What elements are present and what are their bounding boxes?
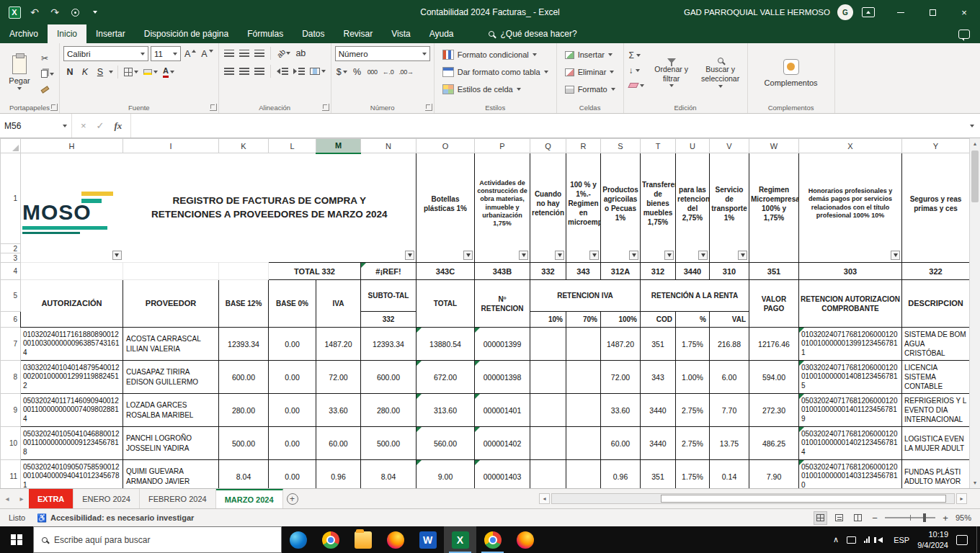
cell[interactable]: SISTEMA DE BOM AGUA CRISTÓBAL	[902, 328, 970, 361]
taskbar-app-chrome-2[interactable]	[476, 526, 509, 553]
cell[interactable]: 343	[641, 361, 676, 394]
formula-input[interactable]	[131, 114, 964, 138]
cell[interactable]: 500.00	[219, 427, 269, 460]
customize-qat-button[interactable]	[86, 3, 104, 22]
number-format-select[interactable]: Número	[335, 46, 430, 61]
cell[interactable]: 6.00	[710, 361, 749, 394]
align-center-button[interactable]	[238, 64, 251, 78]
taskbar-search-input[interactable]: Escribe aquí para buscar	[33, 526, 282, 553]
cell-ref-error[interactable]: #¡REF!	[361, 263, 416, 280]
cell[interactable]	[123, 263, 219, 280]
filter-dropdown-icon[interactable]	[463, 251, 473, 260]
cell[interactable]: 000001398	[475, 361, 530, 394]
cell[interactable]: 343	[566, 263, 601, 280]
cell[interactable]: 0503202407176812060001200100100000014031…	[799, 460, 902, 489]
cell-styles-button[interactable]: Estilos de celda	[438, 81, 553, 98]
decrease-font-button[interactable]: A	[200, 47, 214, 61]
cell[interactable]	[566, 394, 601, 427]
font-size-select[interactable]: 11	[151, 46, 181, 61]
column-header-K[interactable]: K	[219, 139, 269, 153]
cell[interactable]: LICENCIA SISTEMA CONTABLE	[902, 361, 970, 394]
find-select-button[interactable]: Buscar y seleccionar	[698, 46, 744, 99]
column-header-U[interactable]: U	[676, 139, 710, 153]
cell[interactable]: 9.00	[416, 460, 475, 489]
filter-dropdown-icon[interactable]	[589, 251, 599, 260]
filter-dropdown-icon[interactable]	[112, 251, 122, 260]
cell[interactable]: 672.00	[416, 361, 475, 394]
filter-dropdown-icon[interactable]	[698, 251, 708, 260]
cell[interactable]: 000001399	[475, 328, 530, 361]
menu-tab-datos[interactable]: Datos	[293, 24, 334, 43]
cell[interactable]: 0503202407176812060001200100100000014021…	[799, 427, 902, 460]
category-header-x[interactable]: Honorarios profesionales y demás pagos p…	[799, 153, 902, 263]
column-title-iva[interactable]: IVA	[316, 280, 361, 328]
cell[interactable]: 1.75%	[676, 460, 710, 489]
view-page-layout-button[interactable]	[832, 511, 846, 525]
taskbar-app-word[interactable]	[411, 526, 444, 553]
column-header-T[interactable]: T	[641, 139, 676, 153]
borders-button[interactable]	[122, 65, 140, 79]
cell[interactable]: 33.60	[316, 394, 361, 427]
new-sheet-button[interactable]: +	[283, 489, 302, 508]
cell[interactable]	[566, 460, 601, 489]
network-icon[interactable]	[864, 536, 870, 543]
menu-tab-inicio[interactable]: Inicio	[48, 24, 86, 43]
cell[interactable]: ACOSTA CARRASCAL LILIAN VALERIA	[123, 328, 219, 361]
column-title-100[interactable]: 100%	[601, 312, 641, 328]
column-title-descripcion[interactable]: DESCRIPCION	[902, 280, 970, 328]
start-button[interactable]	[0, 526, 33, 553]
cell[interactable]	[530, 394, 566, 427]
cell[interactable]: 3440	[676, 263, 710, 280]
enter-button[interactable]: ✓	[97, 120, 104, 131]
font-name-select[interactable]: Calibri	[63, 46, 148, 61]
row-header-10[interactable]: 10	[1, 427, 21, 460]
category-header-v[interactable]: Servicio de transporte 1%	[710, 153, 749, 263]
align-top-button[interactable]	[223, 46, 236, 60]
taskbar-clock[interactable]: 10:19 9/4/2024	[917, 529, 948, 550]
row-header-5[interactable]: 5	[1, 280, 21, 312]
column-header-H[interactable]: H	[21, 139, 123, 153]
column-header-P[interactable]: P	[475, 139, 530, 153]
cell[interactable]: 280.00	[361, 394, 416, 427]
column-header-L[interactable]: L	[269, 139, 316, 153]
filter-dropdown-icon[interactable]	[664, 251, 674, 260]
zoom-out-button[interactable]: −	[870, 513, 880, 523]
column-title-proveedor[interactable]: PROVEEDOR	[123, 280, 219, 328]
cell[interactable]: 13880.54	[416, 328, 475, 361]
undo-button[interactable]: ↶	[26, 3, 43, 22]
cell[interactable]: 12393.34	[361, 328, 416, 361]
row-header-4[interactable]: 4	[1, 263, 21, 280]
cell[interactable]: 351	[749, 263, 799, 280]
wrap-text-button[interactable]: ab	[294, 46, 307, 60]
align-middle-button[interactable]	[238, 46, 251, 60]
sheet-tab-enero-2024[interactable]: ENERO 2024	[74, 489, 140, 508]
cell[interactable]: 12176.46	[749, 328, 799, 361]
align-left-button[interactable]	[223, 64, 236, 78]
view-normal-button[interactable]	[814, 511, 827, 525]
italic-button[interactable]: K	[79, 65, 92, 79]
cell[interactable]: 3440	[641, 427, 676, 460]
cell[interactable]: CUASAPAZ TIRIRA EDISON GUILLERMO	[123, 361, 219, 394]
cell[interactable]	[219, 263, 269, 280]
scroll-down-icon[interactable]: ▾	[970, 477, 980, 488]
menu-tab-formulas[interactable]: Fórmulas	[238, 24, 293, 43]
column-title-valor-pago[interactable]: VALOR PAGO	[749, 280, 799, 328]
autosum-button[interactable]: Σ	[628, 49, 646, 61]
cell[interactable]: 1.75%	[676, 328, 710, 361]
fill-button[interactable]: ↓	[628, 64, 646, 76]
cell[interactable]: 600.00	[361, 361, 416, 394]
bold-button[interactable]: N	[63, 65, 76, 79]
decrease-indent-button[interactable]	[275, 64, 290, 78]
column-header-N[interactable]: N	[361, 139, 416, 153]
cell[interactable]: 0.00	[269, 328, 316, 361]
row-header-7[interactable]: 7	[1, 328, 21, 361]
insert-cells-button[interactable]: Insertar	[561, 46, 620, 63]
cell[interactable]: 313.60	[416, 394, 475, 427]
cell[interactable]: 351	[641, 328, 676, 361]
cell[interactable]: 0.00	[269, 460, 316, 489]
cell[interactable]: 351	[641, 460, 676, 489]
report-title-cell[interactable]: REGISTRO DE FACTURAS DE COMPRA Y RETENCI…	[123, 153, 416, 263]
minimize-button[interactable]	[885, 0, 917, 24]
filter-dropdown-icon[interactable]	[405, 251, 414, 260]
zoom-in-button[interactable]: +	[940, 513, 950, 523]
